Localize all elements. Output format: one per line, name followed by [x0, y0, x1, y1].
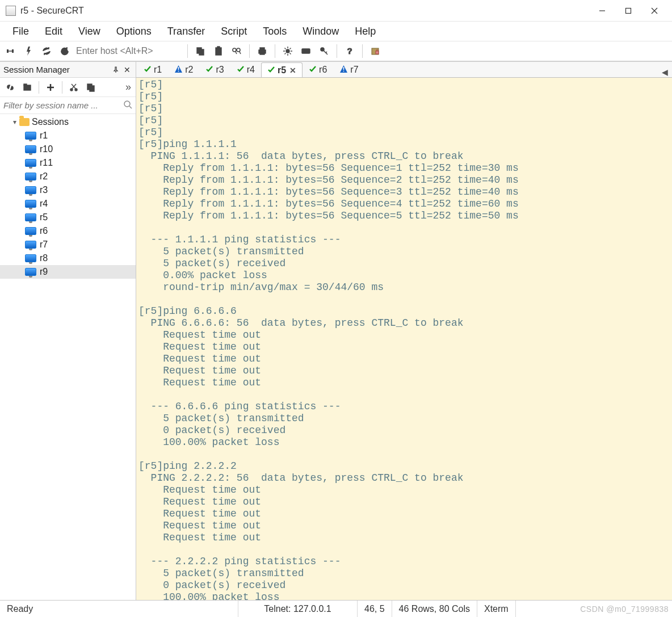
copy-icon[interactable]: [192, 43, 208, 59]
tab-label: r4: [247, 65, 255, 75]
tree-root-label: Sessions: [32, 117, 69, 127]
monitor-icon: [25, 186, 36, 194]
help-icon[interactable]: ?: [342, 43, 358, 59]
close-button[interactable]: [641, 0, 667, 22]
status-cursor: 46, 5: [358, 601, 392, 617]
paste-icon[interactable]: [211, 43, 226, 59]
reconnect-icon[interactable]: [39, 43, 54, 59]
status-size: 46 Rows, 80 Cols: [392, 601, 477, 617]
session-manager-header: Session Manager ✕: [0, 62, 136, 78]
tab-scroll-left-icon[interactable]: ◀: [660, 67, 670, 77]
chevron-down-icon[interactable]: ▾: [10, 118, 19, 126]
quick-connect-icon[interactable]: [20, 43, 36, 59]
tab-r2[interactable]: r2: [168, 62, 199, 77]
key-icon[interactable]: [316, 43, 332, 59]
window-title: r5 - SecureCRT: [20, 6, 84, 16]
session-manager-panel: Session Manager ✕ » ▾Sessionsr1r10r11r2r…: [0, 62, 136, 600]
session-item-r1[interactable]: r1: [0, 129, 136, 142]
tab-r3[interactable]: r3: [199, 62, 230, 77]
keyboard-icon[interactable]: [298, 43, 314, 59]
tab-r4[interactable]: r4: [230, 62, 261, 77]
minimize-button[interactable]: [589, 0, 615, 22]
session-tree[interactable]: ▾Sessionsr1r10r11r2r3r4r5r6r7r8r9: [0, 114, 136, 600]
more-icon[interactable]: »: [123, 81, 133, 93]
session-item-label: r7: [40, 240, 48, 250]
session-item-r10[interactable]: r10: [0, 142, 136, 156]
svg-point-10: [233, 48, 236, 52]
menu-options[interactable]: Options: [108, 23, 159, 40]
session-item-r4[interactable]: r4: [0, 197, 136, 211]
svg-line-41: [129, 106, 132, 108]
svg-point-35: [75, 89, 77, 91]
session-item-label: r4: [40, 199, 48, 209]
svg-rect-44: [178, 70, 179, 72]
svg-rect-46: [343, 67, 345, 70]
close-tab-icon[interactable]: ✕: [289, 66, 296, 75]
session-item-r9[interactable]: r9: [0, 265, 136, 279]
session-item-r6[interactable]: r6: [0, 224, 136, 238]
terminal-output[interactable]: [r5] [r5] [r5] [r5] [r5] [r5]ping 1.1.1.…: [136, 78, 672, 600]
menu-edit[interactable]: Edit: [37, 23, 70, 40]
svg-point-40: [124, 101, 130, 107]
tab-label: r3: [216, 65, 224, 75]
svg-rect-29: [376, 51, 379, 54]
add-icon[interactable]: [43, 79, 58, 95]
tree-root[interactable]: ▾Sessions: [0, 115, 136, 129]
session-filter-input[interactable]: [3, 98, 123, 112]
check-icon: [144, 65, 152, 75]
watermark: CSDN @m0_71999838: [580, 605, 672, 614]
session-item-r3[interactable]: r3: [0, 183, 136, 197]
new-tab-icon[interactable]: [19, 79, 35, 95]
session-item-label: r9: [40, 267, 48, 277]
lock-session-icon[interactable]: [367, 43, 383, 59]
tab-label: r6: [319, 65, 327, 75]
svg-line-12: [236, 52, 237, 54]
find-icon[interactable]: [229, 43, 245, 59]
menu-tools[interactable]: Tools: [255, 23, 295, 40]
svg-text:?: ?: [347, 46, 352, 56]
monitor-icon: [25, 227, 36, 235]
tab-label: r2: [185, 65, 193, 75]
cut-icon[interactable]: [66, 79, 82, 95]
session-item-r8[interactable]: r8: [0, 251, 136, 265]
monitor-icon: [25, 173, 36, 181]
svg-rect-9: [217, 47, 220, 48]
svg-rect-47: [343, 70, 345, 72]
session-manager-toolbar: »: [0, 78, 136, 97]
main-toolbar: ?: [0, 41, 672, 61]
host-input[interactable]: [75, 45, 183, 57]
pin-icon[interactable]: [111, 65, 121, 75]
svg-point-17: [286, 49, 289, 53]
menu-view[interactable]: View: [70, 23, 108, 40]
session-item-r11[interactable]: r11: [0, 156, 136, 170]
menu-transfer[interactable]: Transfer: [159, 23, 213, 40]
title-bar: r5 - SecureCRT: [0, 0, 672, 22]
maximize-button[interactable]: [615, 0, 641, 22]
tab-r5[interactable]: r5✕: [261, 62, 303, 78]
copy-session-icon[interactable]: [83, 79, 99, 95]
tab-r6[interactable]: r6: [303, 62, 333, 77]
connect-icon[interactable]: [2, 43, 18, 59]
tab-r7[interactable]: r7: [333, 62, 364, 77]
monitor-icon: [25, 159, 36, 167]
print-icon[interactable]: [254, 43, 270, 59]
search-icon[interactable]: [123, 100, 132, 111]
close-panel-icon[interactable]: ✕: [122, 65, 132, 75]
link-icon[interactable]: [2, 79, 18, 95]
menu-script[interactable]: Script: [213, 23, 255, 40]
session-item-label: r10: [40, 144, 53, 154]
session-item-r2[interactable]: r2: [0, 170, 136, 183]
session-item-r5[interactable]: r5: [0, 211, 136, 224]
session-item-label: r5: [40, 212, 48, 223]
menu-window[interactable]: Window: [295, 23, 347, 40]
monitor-icon: [25, 254, 36, 262]
svg-point-34: [70, 89, 73, 91]
reconnect-all-icon[interactable]: [57, 43, 73, 59]
tab-label: r5: [278, 65, 286, 75]
svg-rect-16: [260, 52, 264, 54]
menu-file[interactable]: File: [5, 23, 37, 40]
session-item-r7[interactable]: r7: [0, 238, 136, 251]
menu-help[interactable]: Help: [347, 23, 384, 40]
tab-r1[interactable]: r1: [137, 62, 168, 77]
settings-icon[interactable]: [280, 43, 296, 59]
